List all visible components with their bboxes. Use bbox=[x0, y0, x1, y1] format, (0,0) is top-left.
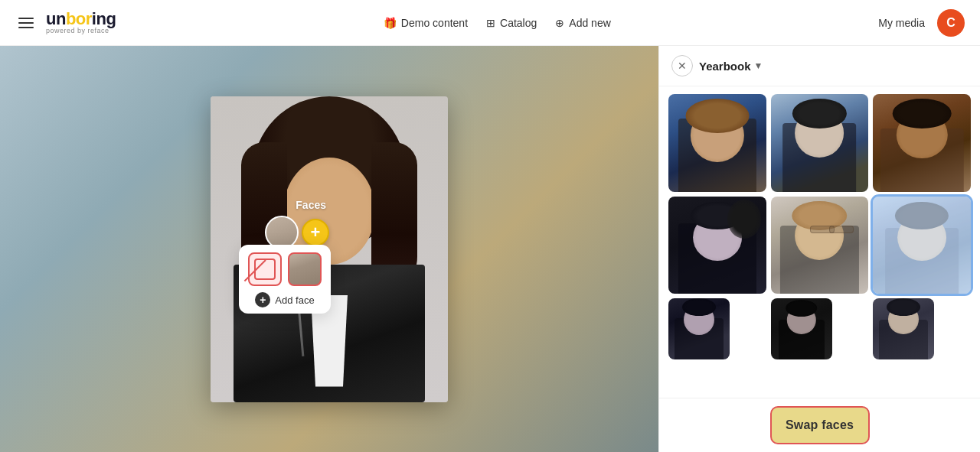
tooltip-faces-row bbox=[248, 252, 322, 286]
faces-panel: Faces + bbox=[265, 199, 329, 249]
swap-faces-button[interactable]: Swap faces bbox=[770, 406, 870, 444]
faces-label: Faces bbox=[296, 199, 326, 211]
gift-icon: 🎁 bbox=[384, 17, 397, 29]
header-left: unboring powered by reface bbox=[15, 11, 116, 34]
logo-text: unboring bbox=[46, 11, 116, 28]
close-button[interactable]: ✕ bbox=[671, 55, 693, 76]
photo-cell-9[interactable] bbox=[873, 298, 934, 359]
category-dropdown[interactable]: Yearbook ▼ bbox=[699, 60, 763, 73]
empty-face-icon bbox=[254, 259, 276, 280]
add-face-circle-button[interactable]: + bbox=[302, 219, 329, 246]
add-new-link[interactable]: ⊕ Add new bbox=[555, 17, 610, 29]
header-right: My media C bbox=[878, 9, 965, 37]
logo: unboring powered by reface bbox=[46, 11, 116, 34]
chevron-down-icon: ▼ bbox=[754, 60, 763, 71]
right-panel-header: ✕ Yearbook ▼ bbox=[659, 46, 980, 86]
photo-cell-2[interactable] bbox=[771, 94, 869, 192]
add-face-label: Add face bbox=[275, 294, 314, 306]
photo-cell-4[interactable] bbox=[668, 197, 766, 294]
face-slot-photo[interactable] bbox=[288, 252, 322, 286]
catalog-link[interactable]: ⊞ Catalog bbox=[486, 17, 537, 29]
add-face-button[interactable]: + Add face bbox=[255, 292, 314, 307]
photo-cell-7[interactable] bbox=[668, 298, 730, 359]
my-media-button[interactable]: My media bbox=[878, 17, 925, 29]
user-avatar[interactable]: C bbox=[937, 9, 965, 37]
left-panel: Faces + + Add face bbox=[0, 46, 658, 452]
logo-subtitle: powered by reface bbox=[46, 28, 116, 34]
hamburger-menu-button[interactable] bbox=[15, 15, 37, 31]
face-tooltip-popup: + Add face bbox=[239, 245, 331, 314]
plus-circle-icon: ⊕ bbox=[555, 17, 564, 29]
bottom-bar: Swap faces bbox=[659, 398, 980, 452]
demo-content-label: Demo content bbox=[401, 17, 468, 29]
header: unboring powered by reface 🎁 Demo conten… bbox=[0, 0, 980, 46]
photo-grid bbox=[659, 86, 980, 398]
main-nav: 🎁 Demo content ⊞ Catalog ⊕ Add new bbox=[384, 17, 611, 29]
photo-cell-8[interactable] bbox=[771, 298, 832, 359]
catalog-label: Catalog bbox=[500, 17, 537, 29]
demo-content-link[interactable]: 🎁 Demo content bbox=[384, 17, 468, 29]
photo-cell-1[interactable] bbox=[668, 94, 766, 192]
main-content: Faces + + Add face ✕ Yearbook bbox=[0, 46, 980, 452]
category-label: Yearbook bbox=[699, 60, 751, 73]
photo-cell-5[interactable] bbox=[771, 197, 869, 294]
photo-cell-3[interactable] bbox=[873, 94, 971, 192]
photo-cell-6[interactable] bbox=[873, 197, 971, 294]
add-new-label: Add new bbox=[569, 17, 610, 29]
grid-icon: ⊞ bbox=[486, 17, 495, 29]
right-panel: ✕ Yearbook ▼ bbox=[658, 46, 980, 452]
add-face-plus-icon: + bbox=[255, 292, 270, 307]
face-slot-empty[interactable] bbox=[248, 252, 282, 286]
